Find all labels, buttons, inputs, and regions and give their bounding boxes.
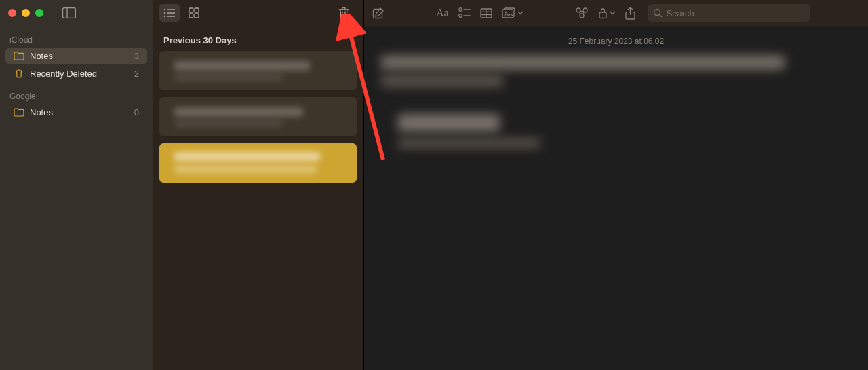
svg-rect-3	[167, 9, 175, 10]
minimize-window-button[interactable]	[22, 9, 30, 17]
note-list-item[interactable]	[159, 97, 357, 136]
gallery-view-button[interactable]	[184, 4, 204, 22]
svg-rect-16	[463, 15, 470, 16]
chevron-down-icon	[517, 11, 524, 15]
window-titlebar	[0, 0, 153, 26]
format-text-button[interactable]: Aa	[436, 7, 449, 19]
svg-point-4	[164, 12, 165, 14]
compose-note-button[interactable]	[372, 7, 384, 19]
list-section-header: Previous 30 Days	[153, 26, 363, 51]
note-editor-body[interactable]: 25 February 2023 at 06.02	[364, 26, 868, 370]
svg-point-25	[583, 8, 587, 12]
note-list-item[interactable]	[159, 51, 357, 90]
svg-rect-7	[167, 16, 175, 17]
share-button[interactable]	[625, 7, 635, 20]
svg-rect-14	[463, 9, 470, 10]
sidebar-section-google: Google	[0, 82, 153, 104]
svg-point-6	[164, 16, 165, 17]
sidebar-item-count: 3	[134, 51, 139, 61]
svg-point-26	[580, 14, 584, 18]
sidebar-item-label: Notes	[30, 51, 134, 61]
search-field[interactable]	[648, 4, 810, 22]
editor-toolbar: Aa	[364, 0, 868, 26]
delete-note-button[interactable]	[336, 3, 357, 23]
svg-rect-11	[195, 14, 199, 18]
svg-line-32	[659, 15, 662, 18]
sidebar-item-count: 0	[134, 107, 139, 117]
table-button[interactable]	[480, 8, 492, 18]
svg-rect-9	[195, 8, 199, 12]
list-toolbar	[153, 0, 363, 26]
notes-list-column: Previous 30 Days	[153, 0, 364, 370]
svg-point-23	[505, 12, 507, 14]
editor-column: Aa	[364, 0, 868, 370]
checklist-button[interactable]	[458, 7, 471, 18]
svg-point-2	[164, 9, 165, 10]
maximize-window-button[interactable]	[35, 9, 43, 17]
svg-point-31	[654, 10, 660, 16]
chevron-down-icon	[610, 11, 616, 15]
sidebar-section-icloud: iCloud	[0, 26, 153, 48]
sidebar-item-notes[interactable]: Notes 3	[5, 48, 147, 64]
note-list-item-selected[interactable]	[159, 143, 357, 183]
traffic-lights	[8, 9, 43, 17]
folder-icon	[14, 108, 24, 117]
svg-line-29	[583, 12, 584, 14]
svg-rect-10	[189, 14, 193, 18]
svg-point-15	[458, 14, 462, 18]
note-timestamp: 25 February 2023 at 06.02	[378, 37, 854, 46]
sidebar: iCloud Notes 3 Recently Deleted 2 Google…	[0, 0, 153, 370]
svg-line-28	[579, 12, 580, 14]
lock-button[interactable]	[598, 7, 616, 19]
sidebar-item-count: 2	[134, 69, 139, 79]
sidebar-item-google-notes[interactable]: Notes 0	[5, 105, 147, 120]
trash-icon	[14, 68, 24, 79]
note-content-redacted	[378, 56, 854, 148]
toggle-sidebar-button[interactable]	[62, 7, 76, 18]
svg-rect-0	[63, 8, 76, 18]
media-button[interactable]	[502, 7, 524, 18]
sidebar-item-label: Recently Deleted	[30, 69, 134, 79]
search-icon	[653, 8, 663, 18]
svg-rect-30	[599, 12, 606, 18]
svg-point-24	[576, 8, 580, 12]
svg-rect-5	[167, 12, 175, 14]
link-button[interactable]	[575, 7, 589, 18]
list-view-button[interactable]	[159, 4, 180, 22]
close-window-button[interactable]	[8, 9, 16, 17]
search-input[interactable]	[667, 8, 805, 18]
folder-icon	[14, 52, 24, 60]
sidebar-item-recently-deleted[interactable]: Recently Deleted 2	[5, 65, 147, 81]
svg-rect-8	[189, 8, 193, 12]
sidebar-item-label: Notes	[30, 107, 134, 117]
